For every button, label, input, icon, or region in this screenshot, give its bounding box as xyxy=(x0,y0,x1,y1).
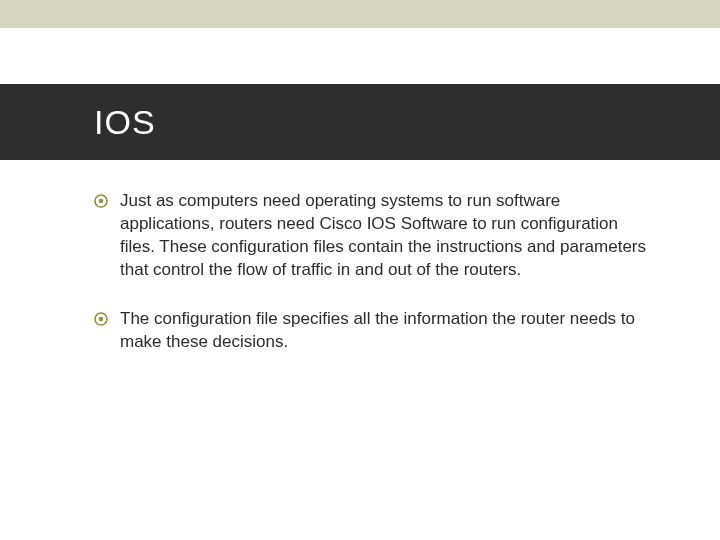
list-item: Just as computers need operating systems… xyxy=(94,190,654,282)
svg-point-3 xyxy=(99,316,104,321)
bullet-target-icon xyxy=(94,312,108,326)
list-item: The configuration file specifies all the… xyxy=(94,308,654,354)
slide-title: IOS xyxy=(94,103,156,142)
bullet-target-icon xyxy=(94,194,108,208)
slide: IOS Just as computers need operating sys… xyxy=(0,0,720,540)
title-band: IOS xyxy=(0,84,720,160)
content-area: Just as computers need operating systems… xyxy=(94,190,654,380)
top-accent-band xyxy=(0,0,720,28)
bullet-text: The configuration file specifies all the… xyxy=(120,308,654,354)
bullet-text: Just as computers need operating systems… xyxy=(120,190,654,282)
svg-point-1 xyxy=(99,199,104,204)
